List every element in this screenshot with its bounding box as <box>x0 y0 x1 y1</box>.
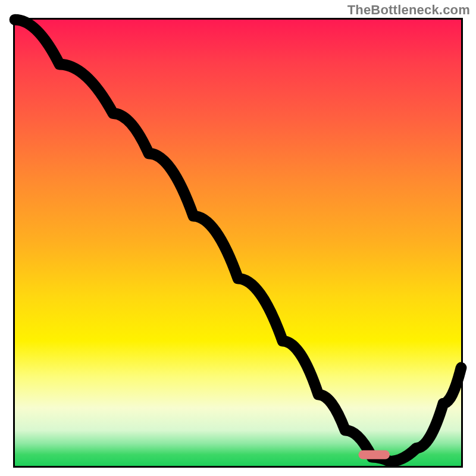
chart-stage: TheBottleneck.com <box>0 0 476 476</box>
watermark-text: TheBottleneck.com <box>347 2 470 18</box>
chart-overlay <box>15 20 461 466</box>
bottleneck-curve <box>15 20 461 462</box>
optimal-region-marker <box>359 450 390 459</box>
